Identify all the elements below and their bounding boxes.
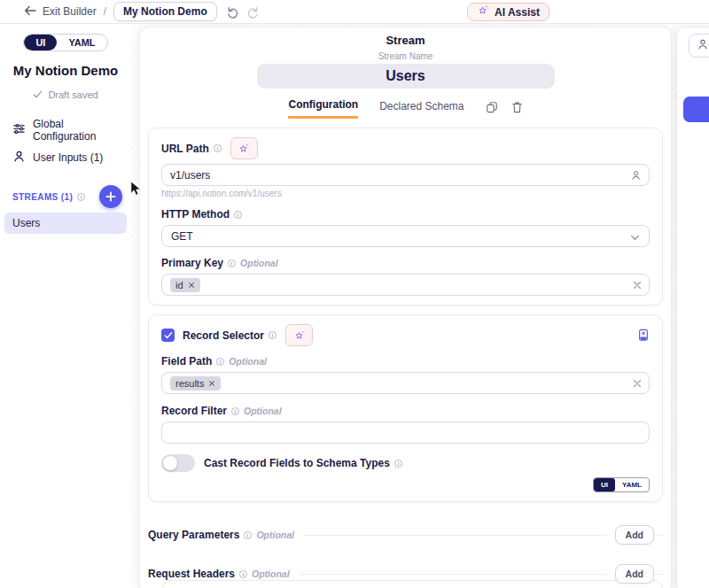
divider-line (303, 535, 606, 536)
stream-name-label: Stream Name (148, 51, 663, 61)
cast-record-fields-label: Cast Record Fields to Schema Types (204, 457, 402, 469)
add-request-header-button[interactable]: Add (615, 564, 654, 584)
redo-button[interactable] (246, 5, 260, 19)
project-name-pill[interactable]: My Notion Demo (113, 2, 217, 21)
optional-badge: Optional (252, 569, 290, 579)
sidebar-item-global-configuration[interactable]: Global Configuration (0, 114, 131, 146)
exit-builder-link[interactable]: Exit Builder (24, 5, 97, 19)
url-path-input[interactable] (170, 169, 624, 182)
connector-title: My Notion Demo (0, 63, 131, 78)
builder-sidebar: UI YAML My Notion Demo Draft saved Globa… (0, 24, 131, 588)
clear-input-icon[interactable] (633, 379, 642, 388)
tag-label: results (175, 378, 204, 389)
info-icon[interactable] (269, 331, 277, 339)
sidebar-item-label: Global Configuration (33, 118, 119, 143)
stream-panel-title: Stream (148, 34, 663, 47)
http-method-value: GET (171, 230, 193, 243)
http-method-select[interactable]: GET (161, 225, 650, 247)
tab-configuration[interactable]: Configuration (288, 98, 358, 119)
query-parameters-label-text: Query Parameters (148, 529, 239, 541)
ai-sparkle-star-icon (477, 4, 489, 19)
record-selector-label: Record Selector (183, 329, 277, 342)
record-filter-input[interactable] (170, 427, 641, 439)
requester-card: URL Path https://api.notion.com/v1/users… (148, 128, 663, 306)
add-stream-button[interactable] (99, 185, 122, 208)
optional-badge: Optional (244, 406, 282, 416)
test-stream-button[interactable] (683, 97, 709, 122)
query-parameters-section: Query Parameters Optional Add (148, 525, 663, 545)
check-icon (33, 89, 43, 100)
primary-key-input-wrap[interactable]: id (161, 274, 650, 296)
ui-toggle-option[interactable]: UI (594, 478, 615, 491)
testing-panel (676, 27, 709, 588)
stream-name-input[interactable] (257, 64, 555, 89)
stream-tabs: Configuration Declared Schema (148, 98, 663, 119)
sidebar-item-user-inputs[interactable]: User Inputs (1) (0, 146, 131, 169)
record-selector-label-text: Record Selector (183, 329, 264, 342)
divider-line (299, 574, 606, 575)
add-query-parameter-button[interactable]: Add (615, 525, 654, 545)
yaml-toggle-option[interactable]: YAML (615, 478, 649, 491)
http-method-label: HTTP Method (161, 208, 242, 220)
exit-builder-label: Exit Builder (43, 5, 97, 18)
copy-stream-icon[interactable] (486, 101, 498, 113)
request-headers-label: Request Headers Optional (148, 568, 290, 580)
optional-badge: Optional (256, 530, 294, 540)
cast-record-fields-toggle[interactable] (161, 454, 195, 472)
stream-config-panel: Stream Stream Name Configuration Declare… (139, 27, 672, 588)
ai-assist-label: AI Assist (495, 6, 540, 19)
undo-button[interactable] (226, 5, 239, 19)
record-selector-checkbox[interactable] (161, 329, 175, 342)
ui-toggle-option[interactable]: UI (24, 35, 57, 50)
url-path-label-text: URL Path (161, 143, 209, 155)
ai-suggest-button[interactable] (230, 137, 258, 159)
info-icon[interactable] (234, 211, 242, 219)
optional-badge: Optional (240, 258, 278, 268)
record-selector-ui-yaml-toggle[interactable]: UI YAML (593, 477, 650, 492)
info-icon[interactable] (244, 531, 252, 539)
ai-assist-button[interactable]: AI Assist (467, 3, 549, 21)
yaml-toggle-option[interactable]: YAML (57, 35, 106, 50)
tab-declared-schema[interactable]: Declared Schema (379, 100, 464, 118)
draft-status: Draft saved (0, 89, 131, 100)
clear-input-icon[interactable] (633, 281, 642, 290)
connector-builder-page: Exit Builder / My Notion Demo AI Assist … (0, 0, 709, 588)
record-selector-card: Record Selector Field Path Optional (148, 314, 663, 502)
optional-badge: Optional (229, 356, 267, 367)
tag-remove-icon[interactable] (208, 378, 215, 389)
ai-suggest-button[interactable] (285, 324, 313, 346)
sidebar-item-label: User Inputs (1) (33, 151, 103, 164)
info-icon[interactable] (214, 144, 222, 152)
info-icon[interactable] (231, 407, 239, 415)
field-path-input-wrap[interactable]: results (161, 372, 650, 394)
info-icon[interactable] (239, 570, 247, 578)
field-path-label-text: Field Path (161, 355, 212, 368)
back-arrow-icon (24, 5, 36, 19)
sliders-icon (12, 122, 26, 138)
divider-line (654, 535, 663, 536)
info-icon[interactable] (228, 259, 236, 267)
testing-values-box[interactable] (689, 34, 709, 58)
info-icon[interactable] (394, 460, 402, 468)
info-icon[interactable] (77, 193, 85, 201)
cast-record-fields-label-text: Cast Record Fields to Schema Types (204, 457, 390, 469)
user-input-icon[interactable] (630, 169, 642, 181)
divider-line (654, 574, 663, 575)
ui-yaml-toggle[interactable]: UI YAML (23, 34, 107, 51)
draft-status-label: Draft saved (48, 89, 97, 100)
person-icon (697, 38, 709, 54)
person-icon (12, 150, 26, 166)
stream-list-item-users[interactable]: Users (4, 213, 127, 234)
request-headers-label-text: Request Headers (148, 568, 235, 580)
field-path-label: Field Path Optional (161, 355, 267, 368)
url-preview-text: https://api.notion.com/v1/users (161, 189, 650, 198)
docs-icon[interactable] (637, 329, 650, 342)
field-path-tag: results (170, 376, 221, 391)
primary-key-label-text: Primary Key (161, 257, 223, 269)
delete-stream-icon[interactable] (511, 101, 523, 113)
url-path-input-wrap (161, 164, 650, 186)
top-bar: Exit Builder / My Notion Demo AI Assist (0, 0, 709, 24)
tag-remove-icon[interactable] (188, 280, 195, 290)
info-icon[interactable] (216, 358, 224, 366)
query-parameters-label: Query Parameters Optional (148, 529, 294, 541)
